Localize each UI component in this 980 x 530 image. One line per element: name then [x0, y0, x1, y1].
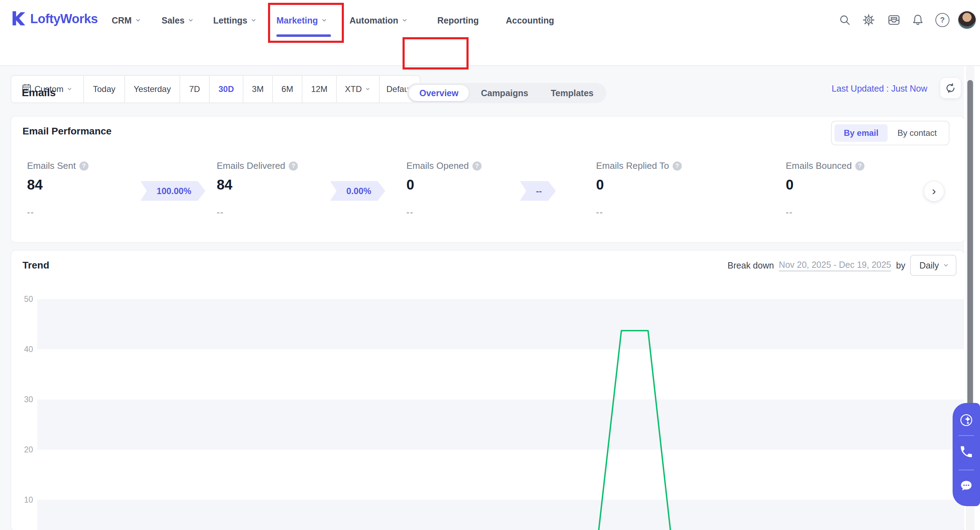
- brand-logo[interactable]: LoftyWorks: [11, 11, 98, 27]
- y-tick-50: 50: [11, 294, 33, 305]
- metric-value: 84: [217, 177, 232, 193]
- metric-label: Emails Opened: [406, 160, 469, 171]
- top-navigation-bar: LoftyWorks CRM Sales Lettings Marketing …: [0, 0, 980, 40]
- breakdown-date-range-link[interactable]: Nov 20, 2025 - Dec 19, 2025: [779, 260, 891, 271]
- filter-6m[interactable]: 6M: [273, 76, 302, 103]
- nav-item-crm[interactable]: CRM: [112, 13, 142, 27]
- toggle-by-contact[interactable]: By contact: [888, 124, 946, 142]
- filter-xtd[interactable]: XTD: [337, 76, 380, 103]
- refresh-icon: [945, 83, 956, 94]
- metric-label: Emails Sent: [27, 160, 76, 171]
- metric-sub-value: --: [596, 207, 603, 217]
- page-title: Emails: [22, 87, 56, 98]
- opened-to-replied-rate-badge: --: [520, 181, 556, 201]
- interval-select[interactable]: Daily: [910, 255, 956, 276]
- help-icon[interactable]: ?: [935, 13, 950, 27]
- nav-label: Sales: [162, 16, 185, 25]
- chevron-down-icon: [187, 16, 194, 25]
- question-mark-icon[interactable]: ?: [673, 162, 682, 171]
- metric-sub-value: --: [27, 207, 34, 217]
- chat-bubble-icon[interactable]: [953, 478, 980, 494]
- chevron-down-icon: [67, 84, 73, 94]
- question-mark-icon[interactable]: ?: [855, 162, 864, 171]
- nav-label: Automation: [350, 16, 398, 25]
- floating-contact-widget: [953, 403, 980, 506]
- email-tabs: Overview Campaigns Templates: [407, 83, 606, 103]
- chevron-down-icon: [321, 16, 328, 25]
- filter-yesterday[interactable]: Yesterday: [125, 76, 180, 103]
- filter-today[interactable]: Today: [84, 76, 125, 103]
- chevron-down-icon: [364, 84, 371, 94]
- search-icon[interactable]: [838, 13, 852, 27]
- filter-30d[interactable]: 30D: [210, 76, 243, 103]
- nav-label: Accounting: [506, 16, 554, 25]
- metric-sub-value: --: [406, 207, 414, 217]
- trend-line-chart[interactable]: [37, 299, 965, 530]
- nav-item-marketing[interactable]: Marketing: [277, 13, 328, 27]
- metric-label: Emails Delivered: [217, 160, 285, 171]
- nav-label: CRM: [112, 16, 132, 25]
- last-updated-text: Last Updated : Just Now: [832, 84, 928, 94]
- question-mark-icon[interactable]: ?: [289, 162, 298, 171]
- widget-divider: [959, 470, 974, 470]
- refresh-button[interactable]: [940, 78, 961, 98]
- y-tick-20: 20: [11, 444, 33, 455]
- metric-label: Emails Bounced: [786, 160, 852, 171]
- nav-item-lettings[interactable]: Lettings: [213, 13, 257, 27]
- email-performance-card: Email Performance By email By contact Em…: [11, 116, 965, 243]
- question-mark-glyph: ?: [935, 13, 950, 27]
- breakdown-prefix: Break down: [727, 260, 774, 271]
- metrics-scroll-right-button[interactable]: ›: [924, 181, 944, 202]
- user-avatar[interactable]: [958, 11, 977, 30]
- nav-item-reporting[interactable]: Reporting: [438, 13, 479, 27]
- filter-label: XTD: [345, 84, 362, 94]
- y-tick-40: 40: [11, 344, 33, 355]
- emails-sent-line-series: [597, 331, 673, 530]
- loftyworks-logo-icon: [11, 11, 27, 27]
- tab-overview[interactable]: Overview: [409, 85, 469, 101]
- chevron-down-icon: [135, 16, 142, 25]
- date-range-filter: Custom Today Yesterday 7D 30D 3M 6M 12M …: [11, 75, 420, 103]
- chevron-down-icon: [250, 16, 257, 25]
- inbox-icon[interactable]: [887, 13, 901, 27]
- interval-value: Daily: [919, 260, 939, 271]
- scrollbar-thumb[interactable]: [967, 80, 973, 409]
- nav-label: Marketing: [277, 16, 318, 25]
- metric-value: 0: [406, 177, 414, 193]
- filter-3m[interactable]: 3M: [243, 76, 273, 103]
- gear-icon[interactable]: [862, 13, 876, 27]
- metric-label: Emails Replied To: [596, 160, 669, 171]
- phone-icon[interactable]: [953, 444, 980, 459]
- filter-7d[interactable]: 7D: [180, 76, 210, 103]
- question-mark-icon[interactable]: ?: [473, 162, 482, 171]
- tab-templates[interactable]: Templates: [540, 85, 604, 101]
- trend-title: Trend: [22, 260, 49, 271]
- metric-value: 84: [27, 177, 43, 193]
- metric-sub-value: --: [217, 207, 224, 217]
- trend-breakdown-controls: Break down Nov 20, 2025 - Dec 19, 2025 b…: [727, 255, 956, 276]
- page-header-row: Emails Overview Campaigns Templates: [0, 40, 980, 66]
- chevron-down-icon: [401, 16, 408, 25]
- y-tick-10: 10: [11, 494, 33, 505]
- email-performance-title: Email Performance: [22, 125, 112, 137]
- widget-divider: [959, 435, 974, 436]
- metric-value: 0: [596, 177, 604, 193]
- nav-item-accounting[interactable]: Accounting: [506, 13, 554, 27]
- sent-to-delivered-rate-badge: 100.00%: [140, 181, 205, 201]
- filter-12m[interactable]: 12M: [302, 76, 337, 103]
- y-tick-30: 30: [11, 394, 33, 405]
- app-root: LoftyWorks CRM Sales Lettings Marketing …: [0, 0, 980, 530]
- toggle-by-email[interactable]: By email: [835, 124, 888, 142]
- metric-sub-value: --: [786, 207, 793, 217]
- breakdown-suffix: by: [896, 260, 905, 271]
- brand-name: LoftyWorks: [30, 11, 98, 26]
- chevron-right-icon: ›: [932, 185, 936, 197]
- question-mark-icon[interactable]: ?: [80, 162, 89, 171]
- chevron-down-icon: [942, 260, 950, 271]
- nav-item-sales[interactable]: Sales: [162, 13, 194, 27]
- nav-item-automation[interactable]: Automation: [350, 13, 408, 27]
- bell-icon[interactable]: [911, 13, 925, 27]
- assistant-sparkle-icon[interactable]: [953, 412, 980, 428]
- active-nav-underline: [277, 34, 331, 37]
- tab-campaigns[interactable]: Campaigns: [470, 85, 539, 101]
